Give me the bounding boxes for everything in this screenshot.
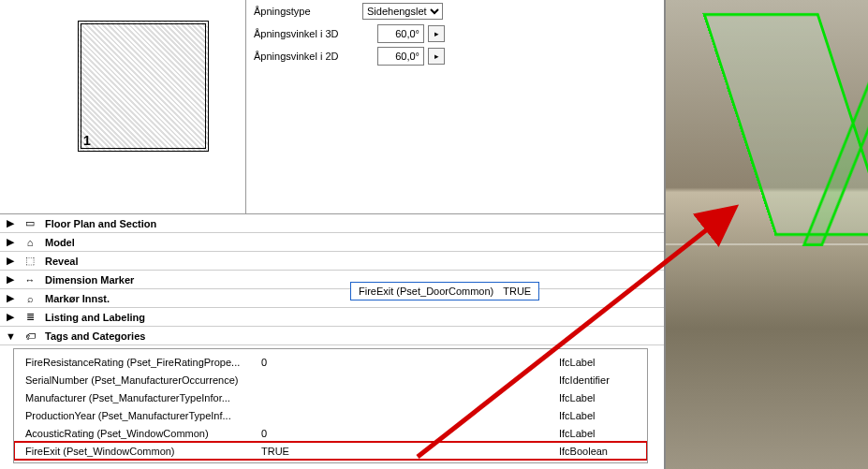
fireexit-tooltip: FireExit (Pset_DoorCommon) TRUE bbox=[350, 282, 539, 300]
section-title: Floor Plan and Section bbox=[45, 218, 156, 229]
property-row[interactable]: AcousticRating (Pset_WindowCommon)0IfcLa… bbox=[14, 424, 647, 442]
expand-arrow-icon: ▶ bbox=[6, 292, 15, 304]
property-type: IfcLabel bbox=[559, 392, 596, 403]
expand-arrow-icon: ▶ bbox=[6, 255, 15, 267]
property-name: FireResistanceRating (Pset_FireRatingPro… bbox=[25, 357, 261, 368]
angle-3d-label: Åpningsvinkel i 3D bbox=[254, 28, 362, 39]
angle-2d-label: Åpningsvinkel i 2D bbox=[254, 51, 362, 62]
property-row[interactable]: ProductionYear (Pset_ManufacturerTypeInf… bbox=[14, 406, 647, 424]
property-name: ProductionYear (Pset_ManufacturerTypeInf… bbox=[25, 410, 261, 421]
property-value: 0 bbox=[261, 357, 559, 368]
preview-index: 1 bbox=[83, 133, 91, 148]
expand-arrow-icon: ▶ bbox=[6, 217, 15, 229]
section-icon: ▭ bbox=[22, 217, 37, 230]
expand-arrow-icon: ▶ bbox=[6, 273, 15, 286]
tags-properties-table: FireResistanceRating (Pset_FireRatingPro… bbox=[13, 348, 648, 463]
property-type: IfcIdentifier bbox=[559, 374, 610, 386]
property-name: AcousticRating (Pset_WindowCommon) bbox=[25, 428, 261, 439]
section-icon: 🏷 bbox=[22, 330, 37, 343]
section-icon: ↔ bbox=[22, 273, 37, 286]
property-name: Manufacturer (Pset_ManufacturerTypeInfor… bbox=[25, 392, 261, 403]
tooltip-value: TRUE bbox=[503, 286, 531, 297]
angle-2d-input[interactable] bbox=[377, 47, 424, 66]
section-title: Markør Innst. bbox=[45, 293, 110, 304]
property-type: IfcLabel bbox=[559, 357, 596, 368]
property-value: TRUE bbox=[261, 446, 559, 457]
expand-arrow-icon: ▼ bbox=[6, 330, 15, 342]
preview-pane: 1 bbox=[0, 0, 246, 213]
section-title: Listing and Labeling bbox=[45, 312, 145, 323]
angle-3d-input[interactable] bbox=[377, 24, 424, 43]
property-type: IfcLabel bbox=[559, 428, 596, 439]
property-name: SerialNumber (Pset_ManufacturerOccurrenc… bbox=[25, 374, 261, 386]
property-row[interactable]: FireExit (Pset_WindowCommon)TRUEIfcBoole… bbox=[14, 442, 647, 460]
property-type: IfcBoolean bbox=[559, 446, 608, 457]
section-title: Model bbox=[45, 237, 75, 248]
property-row[interactable]: SerialNumber (Pset_ManufacturerOccurrenc… bbox=[14, 371, 647, 388]
opening-type-label: Åpningstype bbox=[254, 6, 362, 17]
section-icon: ≣ bbox=[22, 311, 37, 324]
tooltip-label: FireExit (Pset_DoorCommon) bbox=[359, 286, 493, 297]
angle-3d-step-button[interactable]: ▸ bbox=[428, 25, 445, 42]
selected-door-highlight[interactable] bbox=[702, 13, 868, 236]
property-type: IfcLabel bbox=[559, 410, 596, 421]
property-row[interactable]: FireResistanceRating (Pset_FireRatingPro… bbox=[14, 353, 647, 371]
property-row[interactable]: Manufacturer (Pset_ManufacturerTypeInfor… bbox=[14, 388, 647, 406]
expand-arrow-icon: ▶ bbox=[6, 236, 15, 248]
section-icon: ⬚ bbox=[22, 255, 37, 268]
property-name: FireExit (Pset_WindowCommon) bbox=[25, 446, 261, 457]
section-icon: ⌂ bbox=[22, 236, 37, 249]
section-title: Reveal bbox=[45, 256, 78, 267]
section-icon: ⌕ bbox=[22, 292, 37, 305]
door-preview-thumbnail[interactable]: 1 bbox=[78, 21, 209, 152]
angle-2d-step-button[interactable]: ▸ bbox=[428, 48, 445, 65]
section-title: Tags and Categories bbox=[45, 330, 145, 342]
property-value: 0 bbox=[261, 428, 559, 439]
3d-viewport[interactable] bbox=[664, 0, 868, 469]
expand-arrow-icon: ▶ bbox=[6, 311, 15, 323]
opening-type-select[interactable]: Sidehengslet bbox=[362, 3, 443, 20]
section-title: Dimension Marker bbox=[45, 274, 134, 286]
